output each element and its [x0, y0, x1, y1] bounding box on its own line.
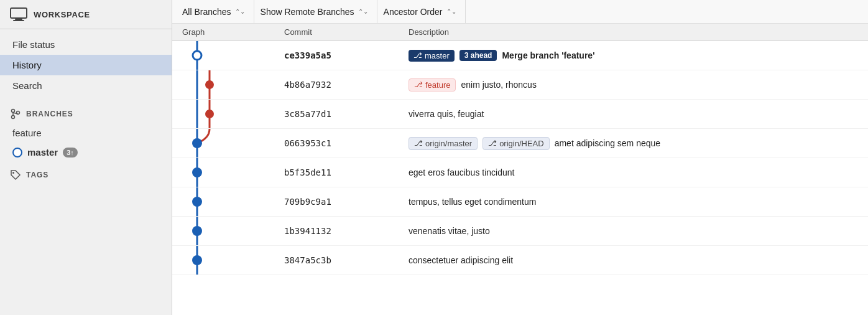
- sidebar-item-file-status[interactable]: File status: [0, 34, 172, 55]
- branch-icon-0: ⎇: [413, 51, 422, 60]
- branch-icon-3a: ⎇: [414, 139, 423, 148]
- sidebar: WORKSPACE File status History Search BRA…: [0, 0, 172, 315]
- branch-icon: [10, 108, 21, 120]
- svg-point-9: [193, 51, 201, 60]
- graph-cell-1: [172, 70, 284, 99]
- header-commit: Commit: [284, 27, 409, 37]
- svg-point-23: [193, 227, 201, 235]
- workspace-label: WORKSPACE: [34, 10, 90, 19]
- table-row[interactable]: 4b86a7932 ⎇ feature enim justo, rhoncus: [172, 70, 868, 100]
- master-circle-icon: [12, 148, 22, 158]
- svg-point-3: [12, 110, 15, 113]
- desc-cell-3: ⎇ origin/master ⎇ origin/HEAD amet adipi…: [409, 137, 868, 150]
- master-tag-0: ⎇ master: [409, 50, 455, 62]
- sidebar-item-history[interactable]: History: [0, 55, 172, 75]
- commit-hash-3: 0663953c1: [284, 138, 409, 148]
- show-remote-button[interactable]: Show Remote Branches ⌃⌄: [254, 0, 377, 24]
- workspace-section: WORKSPACE: [0, 0, 172, 29]
- ancestor-order-chevron-icon: ⌃⌄: [446, 8, 456, 15]
- main-content: All Branches ⌃⌄ Show Remote Branches ⌃⌄ …: [172, 0, 868, 315]
- svg-rect-0: [11, 8, 27, 18]
- table-row[interactable]: 1b3941132 venenatis vitae, justo: [172, 217, 868, 246]
- table-row[interactable]: 709b9c9a1 tempus, tellus eget condimentu…: [172, 187, 868, 217]
- sidebar-branch-master[interactable]: master 3↑: [0, 143, 172, 162]
- graph-cell-4: [172, 158, 284, 187]
- graph-cell-2: [172, 100, 284, 128]
- svg-point-21: [193, 197, 201, 206]
- table-row[interactable]: ce339a5a5 ⎇ master 3 ahead Merge branch …: [172, 41, 868, 70]
- graph-cell-0: [172, 41, 284, 70]
- ancestor-order-label: Ancestor Order: [384, 7, 443, 17]
- desc-text-3: amet adipiscing sem neque: [555, 138, 660, 148]
- desc-text-0: Merge branch 'feature': [502, 50, 594, 60]
- commit-hash-0: ce339a5a5: [284, 50, 409, 60]
- all-branches-label: All Branches: [182, 7, 231, 17]
- sidebar-nav: File status History Search: [0, 29, 172, 101]
- toolbar: All Branches ⌃⌄ Show Remote Branches ⌃⌄ …: [172, 0, 868, 24]
- table-row[interactable]: 3847a5c3b consectetuer adipiscing elit: [172, 246, 868, 275]
- desc-text-6: venenatis vitae, justo: [409, 226, 490, 236]
- svg-point-19: [193, 168, 201, 177]
- graph-cell-3: [172, 129, 284, 158]
- show-remote-label: Show Remote Branches: [261, 7, 354, 17]
- desc-cell-7: consectetuer adipiscing elit: [409, 255, 868, 265]
- desc-cell-1: ⎇ feature enim justo, rhoncus: [409, 78, 868, 92]
- commit-hash-1: 4b86a7932: [284, 80, 409, 90]
- graph-cell-7: [172, 246, 284, 275]
- all-branches-chevron-icon: ⌃⌄: [235, 8, 245, 15]
- tags-label: TAGS: [26, 171, 48, 179]
- svg-rect-1: [15, 19, 22, 20]
- tags-section-header: TAGS: [0, 162, 172, 184]
- show-remote-chevron-icon: ⌃⌄: [358, 8, 368, 15]
- desc-cell-4: eget eros faucibus tincidunt: [409, 167, 868, 177]
- graph-cell-6: [172, 217, 284, 245]
- table-row[interactable]: 3c85a77d1 viverra quis, feugiat: [172, 100, 868, 129]
- desc-text-5: tempus, tellus eget condimentum: [409, 197, 536, 207]
- desc-cell-5: tempus, tellus eget condimentum: [409, 197, 868, 207]
- table-header: Graph Commit Description: [172, 24, 868, 41]
- sidebar-branch-feature[interactable]: feature: [0, 123, 172, 143]
- feature-tag-1: ⎇ feature: [409, 78, 456, 92]
- svg-point-4: [12, 116, 15, 119]
- commit-hash-7: 3847a5c3b: [284, 255, 409, 265]
- svg-rect-2: [13, 20, 24, 21]
- table-body: ce339a5a5 ⎇ master 3 ahead Merge branch …: [172, 41, 868, 315]
- desc-text-2: viverra quis, feugiat: [409, 109, 484, 119]
- master-ahead-badge: 3↑: [63, 148, 78, 158]
- header-graph: Graph: [172, 27, 284, 37]
- all-branches-button[interactable]: All Branches ⌃⌄: [182, 0, 254, 24]
- commit-hash-2: 3c85a77d1: [284, 109, 409, 119]
- svg-point-12: [206, 81, 213, 88]
- commit-hash-5: 709b9c9a1: [284, 197, 409, 207]
- commit-hash-6: 1b3941132: [284, 226, 409, 236]
- ahead-badge-0: 3 ahead: [459, 50, 497, 61]
- desc-cell-2: viverra quis, feugiat: [409, 109, 868, 119]
- table-row[interactable]: 0663953c1 ⎇ origin/master ⎇ origin/HEAD …: [172, 129, 868, 158]
- desc-text-7: consectetuer adipiscing elit: [409, 255, 513, 265]
- origin-master-tag-3: ⎇ origin/master: [409, 137, 478, 150]
- branches-section-header: BRANCHES: [0, 101, 172, 123]
- origin-head-tag-3: ⎇ origin/HEAD: [482, 137, 550, 150]
- svg-point-17: [193, 139, 201, 148]
- branches-label: BRANCHES: [26, 110, 73, 118]
- svg-point-7: [12, 172, 14, 174]
- desc-text-1: enim justo, rhoncus: [461, 80, 536, 90]
- table-row[interactable]: b5f35de11 eget eros faucibus tincidunt: [172, 158, 868, 187]
- branch-icon-1: ⎇: [414, 80, 423, 89]
- svg-point-25: [193, 256, 201, 265]
- header-description: Description: [409, 27, 868, 37]
- ancestor-order-button[interactable]: Ancestor Order ⌃⌄: [377, 0, 466, 24]
- desc-text-4: eget eros faucibus tincidunt: [409, 167, 514, 177]
- desc-cell-0: ⎇ master 3 ahead Merge branch 'feature': [409, 50, 868, 62]
- desc-cell-6: venenatis vitae, justo: [409, 226, 868, 236]
- branch-icon-3b: ⎇: [488, 139, 497, 148]
- commit-hash-4: b5f35de11: [284, 167, 409, 177]
- tag-icon: [10, 169, 21, 181]
- workspace-icon: [10, 7, 27, 21]
- svg-point-15: [206, 110, 213, 118]
- sidebar-item-search[interactable]: Search: [0, 75, 172, 96]
- graph-cell-5: [172, 187, 284, 216]
